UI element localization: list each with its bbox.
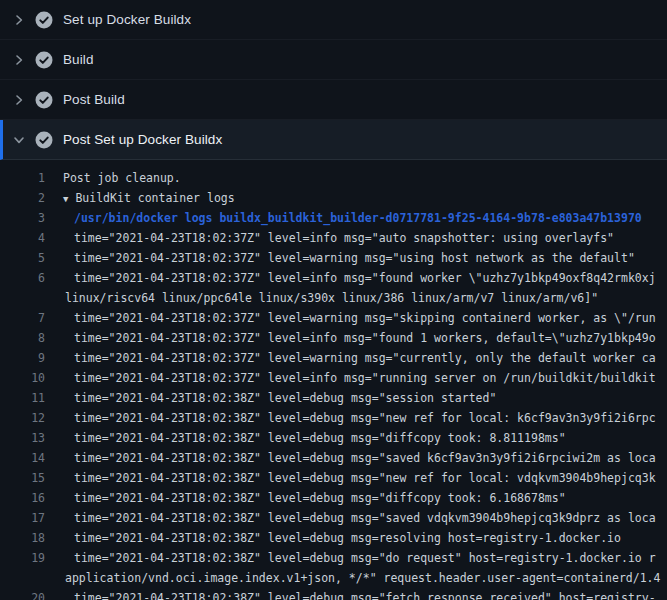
check-circle-icon: [34, 50, 54, 70]
log-text: time="2021-04-23T18:02:37Z" level=info m…: [74, 328, 656, 348]
line-number[interactable]: 5: [0, 248, 45, 268]
line-number[interactable]: 8: [0, 328, 45, 348]
step-header-set-up-docker-buildx[interactable]: Set up Docker Buildx: [0, 0, 667, 40]
log-text: application/vnd.oci.image.index.v1+json,…: [65, 568, 660, 588]
line-number[interactable]: 6: [0, 268, 45, 288]
log-line: 17 time="2021-04-23T18:02:38Z" level=deb…: [0, 508, 667, 528]
log-line: 8 time="2021-04-23T18:02:37Z" level=info…: [0, 328, 667, 348]
log-line: 1 Post job cleanup.: [0, 168, 667, 188]
log-text: linux/riscv64 linux/ppc64le linux/s390x …: [65, 288, 598, 308]
log-text: time="2021-04-23T18:02:37Z" level=warnin…: [74, 308, 656, 328]
line-number[interactable]: 17: [0, 508, 45, 528]
step-label: Post Build: [63, 92, 125, 107]
step-header-post-set-up-docker-buildx[interactable]: Post Set up Docker Buildx: [0, 120, 667, 160]
log-line: 16 time="2021-04-23T18:02:38Z" level=deb…: [0, 488, 667, 508]
log-line: 18 time="2021-04-23T18:02:38Z" level=deb…: [0, 528, 667, 548]
line-number[interactable]: 10: [0, 368, 45, 388]
log-line: 11 time="2021-04-23T18:02:38Z" level=deb…: [0, 388, 667, 408]
log-line: 10 time="2021-04-23T18:02:37Z" level=inf…: [0, 368, 667, 388]
log-line: 7 time="2021-04-23T18:02:37Z" level=warn…: [0, 308, 667, 328]
line-number[interactable]: 9: [0, 348, 45, 368]
actions-log-viewer: Set up Docker Buildx Build Post Build Po…: [0, 0, 667, 600]
line-number[interactable]: 1: [0, 168, 45, 188]
log-text: time="2021-04-23T18:02:38Z" level=debug …: [74, 548, 656, 568]
line-number[interactable]: 19: [0, 548, 45, 568]
line-number[interactable]: 18: [0, 528, 45, 548]
log-line: 12 time="2021-04-23T18:02:38Z" level=deb…: [0, 408, 667, 428]
line-number[interactable]: [0, 568, 45, 588]
line-number[interactable]: 12: [0, 408, 45, 428]
log-line: 14 time="2021-04-23T18:02:38Z" level=deb…: [0, 448, 667, 468]
step-label: Set up Docker Buildx: [63, 12, 191, 27]
log-line: 13 time="2021-04-23T18:02:38Z" level=deb…: [0, 428, 667, 448]
log-line: 6 time="2021-04-23T18:02:37Z" level=info…: [0, 268, 667, 288]
check-circle-icon: [34, 10, 54, 30]
line-number[interactable]: 11: [0, 388, 45, 408]
log-line: 4 time="2021-04-23T18:02:37Z" level=info…: [0, 228, 667, 248]
log-line: 15 time="2021-04-23T18:02:38Z" level=deb…: [0, 468, 667, 488]
line-number[interactable]: 4: [0, 228, 45, 248]
log-text: Post job cleanup.: [63, 168, 181, 188]
log-line: application/vnd.oci.image.index.v1+json,…: [0, 568, 667, 588]
chevron-right-icon: [12, 53, 26, 67]
line-number[interactable]: [0, 288, 45, 308]
log-text: time="2021-04-23T18:02:37Z" level=warnin…: [74, 248, 635, 268]
check-circle-icon: [34, 90, 54, 110]
step-label: Post Set up Docker Buildx: [63, 132, 222, 147]
line-number[interactable]: 20: [0, 588, 45, 600]
log-line: linux/riscv64 linux/ppc64le linux/s390x …: [0, 288, 667, 308]
step-list: Set up Docker Buildx Build Post Build Po…: [0, 0, 667, 160]
log-text: time="2021-04-23T18:02:37Z" level=info m…: [74, 228, 614, 248]
log-text: time="2021-04-23T18:02:38Z" level=debug …: [74, 468, 656, 488]
log-line: 5 time="2021-04-23T18:02:37Z" level=warn…: [0, 248, 667, 268]
log-output: 1 Post job cleanup. 2 ▼BuildKit containe…: [0, 160, 667, 600]
log-text: time="2021-04-23T18:02:37Z" level=info m…: [74, 268, 656, 288]
line-number[interactable]: 13: [0, 428, 45, 448]
log-text: time="2021-04-23T18:02:38Z" level=debug …: [74, 408, 656, 428]
step-header-post-build[interactable]: Post Build: [0, 80, 667, 120]
log-text: time="2021-04-23T18:02:37Z" level=warnin…: [74, 348, 656, 368]
log-line: 3 /usr/bin/docker logs buildx_buildkit_b…: [0, 208, 667, 228]
line-number[interactable]: 3: [0, 208, 45, 228]
chevron-right-icon: [12, 13, 26, 27]
log-line: 19 time="2021-04-23T18:02:38Z" level=deb…: [0, 548, 667, 568]
step-header-build[interactable]: Build: [0, 40, 667, 80]
log-text: time="2021-04-23T18:02:38Z" level=debug …: [74, 448, 656, 468]
log-text: /usr/bin/docker logs buildx_buildkit_bui…: [74, 208, 642, 228]
log-text: time="2021-04-23T18:02:38Z" level=debug …: [74, 588, 656, 600]
log-text: time="2021-04-23T18:02:38Z" level=debug …: [74, 488, 566, 508]
log-text: time="2021-04-23T18:02:38Z" level=debug …: [74, 428, 566, 448]
log-line: 9 time="2021-04-23T18:02:37Z" level=warn…: [0, 348, 667, 368]
line-number[interactable]: 16: [0, 488, 45, 508]
line-number[interactable]: 7: [0, 308, 45, 328]
chevron-right-icon: [12, 93, 26, 107]
log-line: 2 ▼BuildKit container logs: [0, 188, 667, 208]
log-text: ▼BuildKit container logs: [63, 188, 235, 208]
line-number[interactable]: 15: [0, 468, 45, 488]
line-number[interactable]: 2: [0, 188, 45, 208]
log-text: time="2021-04-23T18:02:38Z" level=debug …: [74, 528, 621, 548]
step-label: Build: [63, 52, 94, 67]
line-number[interactable]: 14: [0, 448, 45, 468]
log-text: time="2021-04-23T18:02:38Z" level=debug …: [74, 508, 656, 528]
group-disclosure-icon[interactable]: ▼: [63, 189, 68, 209]
log-line: 20 time="2021-04-23T18:02:38Z" level=deb…: [0, 588, 667, 600]
log-text: time="2021-04-23T18:02:38Z" level=debug …: [74, 388, 496, 408]
check-circle-icon: [34, 130, 54, 150]
log-text: time="2021-04-23T18:02:37Z" level=info m…: [74, 368, 656, 388]
chevron-down-icon: [12, 133, 26, 147]
